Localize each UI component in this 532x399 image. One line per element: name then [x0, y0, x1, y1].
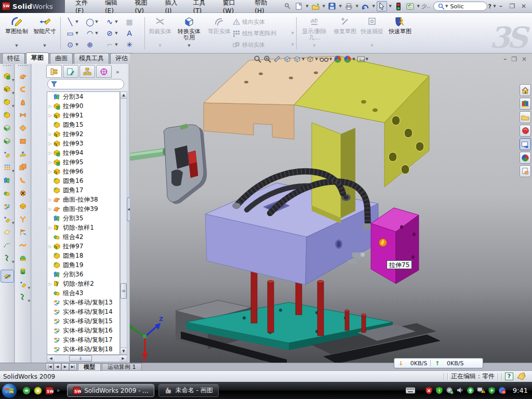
tree-item-实体-移动/复制14[interactable]: 实体-移动/复制14	[47, 307, 119, 316]
tree-item-组合42[interactable]: 组合42	[47, 232, 119, 242]
scroll-up-icon[interactable]: ▲	[121, 92, 127, 99]
restore-button[interactable]: ❐	[508, 3, 516, 10]
convert-entities-button[interactable]: 转换实体引用 ▼	[176, 13, 203, 49]
graphics-viewport[interactable]: X Y Z ▼▼▼▼▼ – ❐ ✕ 拉伸75	[130, 54, 532, 363]
language-keyboard-icon[interactable]	[406, 387, 415, 394]
taskpane-solidworks-resources[interactable]	[520, 84, 531, 96]
tree-item-圆角19[interactable]: 圆角19	[47, 260, 119, 270]
tab-模具工具[interactable]: 模具工具	[74, 53, 109, 64]
quicklaunch-media-app[interactable]	[34, 387, 42, 395]
tree-horizontal-scrollbar[interactable]: ◀ ▶	[47, 355, 127, 362]
status-help-button[interactable]: ?	[505, 373, 513, 380]
expander-icon[interactable]: ▷	[47, 197, 53, 202]
new-document-icon[interactable]	[294, 1, 304, 11]
print-caret-icon[interactable]: ▼	[355, 4, 359, 8]
tray-protection-plus[interactable]	[488, 387, 496, 394]
tree-item-曲面-拉伸39[interactable]: ▷曲面-拉伸39	[47, 204, 119, 214]
tree-item-拉伸93[interactable]: ▷拉伸93	[47, 139, 119, 148]
tree-item-圆角17[interactable]: 圆角17	[47, 185, 119, 195]
expander-icon[interactable]: ▷	[47, 244, 53, 249]
surfaces-surface-offset[interactable]	[16, 148, 30, 161]
tree-item-切除-放样2[interactable]: ▷切除-放样2	[47, 279, 119, 288]
hud-view-setting-2[interactable]: ▼	[357, 56, 368, 63]
tab-草图[interactable]: 草图	[26, 52, 49, 64]
surfaces-surface-trim[interactable]	[16, 200, 30, 212]
surfaces-surface-sweep[interactable]	[16, 96, 30, 109]
tree-item-曲面-拉伸38[interactable]: ▷曲面-拉伸38	[47, 195, 119, 204]
scroll-left-icon[interactable]: ◀	[47, 355, 55, 362]
print-icon[interactable]	[343, 1, 354, 11]
tray-antivirus-shield[interactable]	[425, 387, 433, 394]
horizontal-scroll-thumb[interactable]	[69, 355, 92, 362]
scroll-right-icon[interactable]: ▶	[119, 355, 127, 362]
expander-icon[interactable]: ▷	[47, 207, 53, 211]
open-icon[interactable]	[310, 1, 321, 11]
sketch-entity-5[interactable]: ◠▼	[83, 28, 103, 39]
doc-restore-button[interactable]: ❐	[511, 56, 517, 63]
expander-icon[interactable]: ▷	[47, 132, 53, 137]
tab-特征[interactable]: 特征	[2, 53, 25, 64]
tree-item-拉伸94[interactable]: ▷拉伸94	[47, 148, 119, 157]
tree-item-实体-移动/复制17[interactable]: 实体-移动/复制17	[47, 335, 119, 344]
doc-tab-运动算例 1[interactable]: 运动算例 1	[102, 363, 142, 370]
hud-zoom-to-fit[interactable]	[254, 55, 262, 63]
tray-sync-blocked[interactable]	[498, 387, 506, 394]
sketch-entity-4[interactable]: ▭▼	[63, 28, 83, 39]
hud-section-view[interactable]	[273, 55, 282, 63]
tree-item-拉伸97[interactable]: ▷拉伸97	[47, 242, 119, 251]
taskpane-custom-properties[interactable]	[520, 165, 531, 177]
tree-item-分割36[interactable]: 分割36	[47, 270, 119, 279]
features-combine[interactable]	[1, 187, 14, 200]
features-shell[interactable]	[1, 135, 14, 148]
hud-view-orientation[interactable]	[283, 55, 291, 63]
tree-item-分割34[interactable]: 分割34	[47, 92, 119, 101]
close-button[interactable]: ✕	[520, 3, 528, 10]
hud-apply-scene[interactable]: ▼	[343, 55, 355, 63]
entity-caret-icon[interactable]: ▼	[95, 20, 99, 24]
sketch-entity-1[interactable]: ◯▼	[83, 16, 103, 28]
quicklaunch-solidworks-shortcut[interactable]: SW	[45, 387, 54, 395]
entity-caret-icon[interactable]: ▼	[75, 31, 79, 35]
surfaces-surface-fill[interactable]	[16, 251, 30, 264]
doc-tab-nav-2[interactable]: ▶	[61, 363, 69, 370]
sketch-entity-3[interactable]: ▦	[123, 16, 142, 28]
toolbar-overflow-label[interactable]: 少..	[421, 3, 430, 10]
taskpane-appearances-scenes[interactable]	[520, 152, 531, 164]
surfaces-surface-loft[interactable]	[16, 109, 30, 122]
surfaces-surface-knit[interactable]	[16, 161, 30, 174]
taskbar-button-1[interactable]: 未命名 - 画图	[158, 384, 219, 397]
surfaces-reference-geometry-2[interactable]: ▼	[16, 277, 30, 290]
sketch-entity-11[interactable]: ✳	[123, 39, 142, 50]
tree-vertical-scrollbar[interactable]: ▲ ▼	[120, 91, 127, 355]
entity-caret-icon[interactable]: ▼	[114, 20, 118, 24]
ribbon-stack-item-2[interactable]: 移动实体▼	[233, 39, 294, 50]
sketch-entity-0[interactable]: ╲▼	[63, 16, 83, 28]
search-box[interactable]: ▼ Solic	[433, 2, 487, 11]
tree-item-圆角15[interactable]: 圆角15	[47, 120, 119, 129]
options-list-icon[interactable]	[405, 1, 415, 11]
surfaces-surface-revolve[interactable]	[16, 83, 30, 96]
entity-caret-icon[interactable]: ▼	[114, 43, 118, 47]
tab-configuration-manager[interactable]	[79, 65, 95, 78]
expander-icon[interactable]: ▷	[47, 104, 53, 109]
tree-item-拉伸92[interactable]: ▷拉伸92	[47, 129, 119, 139]
new-caret-icon[interactable]: ▼	[305, 4, 309, 8]
quick-snaps-button[interactable]: 快速捕捉 ▼	[358, 13, 385, 49]
features-spline[interactable]: ▼	[1, 251, 14, 264]
offset-entities-button[interactable]: 等距实体	[206, 13, 233, 49]
sketch-entity-7[interactable]: A	[123, 28, 142, 39]
quicklaunch-overflow-icon[interactable]: »	[57, 388, 60, 393]
features-plane[interactable]	[1, 225, 14, 238]
surfaces-surface-boundary[interactable]	[16, 122, 30, 135]
sketch-button[interactable]: 草图绘制 ▼	[3, 13, 30, 49]
surfaces-replace-face[interactable]	[16, 225, 30, 238]
trim-entities-button[interactable]: 剪裁实体 ▼	[147, 13, 174, 49]
tree-filter-input[interactable]	[47, 79, 124, 89]
sketch-entity-10[interactable]: ⌐▼	[103, 39, 123, 50]
entity-caret-icon[interactable]: ▼	[75, 20, 79, 24]
scroll-down-icon[interactable]: ▼	[121, 348, 127, 354]
doc-tab-nav-0[interactable]: |◀	[46, 363, 54, 370]
expander-icon[interactable]: ▷	[47, 113, 53, 118]
expander-icon[interactable]: ▷	[47, 160, 53, 165]
tab-dimxpert-manager[interactable]	[96, 65, 112, 78]
